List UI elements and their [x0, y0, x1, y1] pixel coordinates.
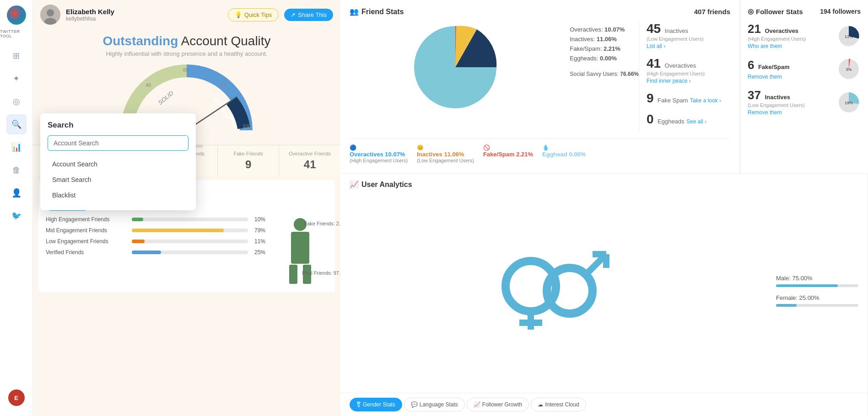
bar-pct-high: 10% — [252, 216, 265, 223]
legend-fakespam: Fake/Spam: 2.21% — [570, 45, 639, 52]
bs-fakespam-value: Fake/Spam 2.21% — [483, 151, 533, 158]
bar-pct-mid: 79% — [252, 227, 265, 234]
bs-overactives-sub: (High Engagement Users) — [350, 158, 408, 163]
user-profile-avatar — [40, 5, 60, 25]
cloud-icon: ☁ — [538, 401, 543, 408]
tab-gender-stats[interactable]: ⚧ Gender Stats — [350, 398, 402, 411]
tab-interest-cloud[interactable]: ☁ Interest Cloud — [531, 398, 586, 411]
svg-text:3%: 3% — [846, 67, 852, 72]
stat-card-inactives-link[interactable]: List all › — [647, 43, 665, 49]
svg-text:100: 100 — [243, 123, 251, 129]
sidebar-item-search[interactable]: 🔍 — [6, 114, 27, 134]
svg-point-1 — [47, 9, 54, 16]
lightbulb-icon: 💡 — [235, 11, 242, 18]
svg-text:60: 60 — [183, 67, 189, 73]
pie-legend: Overactives: 10.07% Inactives: 11.06% Fa… — [561, 21, 639, 133]
sidebar-item-dashboard[interactable]: ⊞ — [6, 46, 27, 66]
bar-fill-verified — [132, 251, 161, 254]
pie-chart-svg — [410, 21, 501, 113]
annotation-real: Real Friends: 97.79% — [302, 270, 340, 276]
friends-icon: 👥 — [350, 7, 359, 16]
bs-egghead: 💧 Egghead 0.00% — [542, 144, 586, 163]
gender-svg — [490, 245, 618, 336]
fs-value-inactives: 37 — [748, 88, 761, 102]
pie-chart-area — [350, 21, 561, 133]
score-subtitle: Highly influential with strong presence … — [42, 50, 331, 57]
fs-link-inactives[interactable]: Remove them — [748, 109, 782, 116]
bar-pct-verified: 25% — [252, 249, 265, 256]
fs-category-inactives: Inactives — [765, 94, 790, 101]
right-bottom: 📈 User Analytics — [340, 174, 868, 416]
fs-sub-inactives: (Low Engagement Users) — [748, 102, 832, 108]
main-content: Elizabeth Kelly kellybethlisa 💡 Quick Ti… — [33, 0, 868, 416]
fs-category-overactives: Overactives — [765, 27, 798, 34]
user-handle: kellybethlisa — [66, 16, 222, 22]
analytics-left — [340, 189, 767, 393]
sidebar-item-twitter[interactable]: 🐦 — [6, 206, 27, 226]
quick-tips-label: Quick Tips — [244, 11, 272, 18]
stat-card-inactives: 45 Inactives (Low Engagement Users) List… — [647, 21, 730, 50]
score-title: Outstanding Account Quality — [42, 34, 331, 48]
stat-card-eggheads-label: Eggheads — [658, 118, 685, 125]
fs-link-overactives[interactable]: Who are them — [748, 43, 782, 49]
user-info: Elizabeth Kelly kellybethlisa — [66, 8, 222, 22]
analytics-tabs: ⚧ Gender Stats 💬 Language Stats 📈 Follow… — [340, 393, 868, 416]
app-logo[interactable] — [7, 5, 26, 25]
stat-card-overactives-link[interactable]: Find inner peace › — [647, 78, 691, 84]
svg-text:19%: 19% — [845, 101, 853, 105]
stat-card-inactives-value: 45 — [647, 21, 661, 36]
sidebar-item-users[interactable]: 👤 — [6, 183, 27, 203]
tab-follower-growth[interactable]: 📈 Follower Growth — [467, 398, 529, 411]
male-pct: Male: 75.00% — [776, 275, 858, 282]
bs-inactives-sub: (Low Engagement Users) — [417, 158, 474, 163]
tab-language-stats[interactable]: 💬 Language Stats — [404, 398, 465, 411]
fs-link-fakespam[interactable]: Remove them — [748, 74, 782, 80]
search-option-account[interactable]: Account Search — [48, 156, 189, 172]
fs-info-inactives: 37 Inactives (Low Engagement Users) Remo… — [748, 88, 832, 116]
right-top: 👥 Friend Stats 407 friends — [340, 0, 868, 174]
bs-fakespam: 🚫 Fake/Spam 2.21% — [483, 144, 533, 163]
svg-text:11%: 11% — [845, 34, 853, 39]
share-this-button-header[interactable]: ↗ Share This — [284, 9, 333, 21]
stat-card-eggheads-link[interactable]: See all › — [686, 118, 706, 125]
user-analytics-title: 📈 User Analytics — [350, 180, 858, 189]
left-panel: Elizabeth Kelly kellybethlisa 💡 Quick Ti… — [33, 0, 340, 416]
stat-card-inactives-label: Inactives — [665, 27, 688, 34]
sidebar-item-network[interactable]: ✦ — [6, 69, 27, 89]
annotation-fake: Fake Friends: 2.21% — [304, 221, 341, 226]
svg-rect-15 — [291, 232, 309, 264]
fs-value-fakespam: 6 — [748, 58, 754, 72]
bs-egghead-value: Egghead 0.00% — [542, 151, 586, 158]
follower-stats-panel: ◎ Follower Stats 194 followers 21 Overac… — [740, 0, 868, 173]
analytics-right: Male: 75.00% Female: 25.00% — [767, 189, 868, 393]
stat-card-overactives-value: 41 — [647, 56, 661, 70]
bar-fill-low — [132, 240, 145, 243]
share-icon: ↗ — [291, 11, 296, 18]
stat-card-inactives-sub: (Low Engagement Users) — [647, 36, 730, 42]
stat-card-overactives-sub: (High Engagement Users) — [647, 71, 730, 76]
sidebar-item-trash[interactable]: 🗑 — [6, 160, 27, 180]
stat-overactive-value: 41 — [304, 158, 316, 171]
sidebar-item-target[interactable]: ◎ — [6, 91, 27, 112]
bar-row-high: High Engagement Friends 10% — [46, 216, 265, 223]
sidebar-item-analytics[interactable]: 📊 — [6, 137, 27, 157]
quick-tips-button[interactable]: 💡 Quick Tips — [228, 8, 279, 21]
stat-card-overactives: 41 Overactives (High Engagement Users) F… — [647, 56, 730, 85]
follower-stats-count: 194 followers — [820, 8, 861, 15]
search-dropdown-title: Search — [48, 121, 189, 130]
target-icon: ◎ — [748, 7, 754, 16]
search-option-smart[interactable]: Smart Search — [48, 172, 189, 187]
stat-fake-label: Fake Friends — [221, 151, 275, 156]
search-option-blacklist[interactable]: Blacklist — [48, 187, 189, 203]
bs-inactives: 😐 Inactives 11.06% (Low Engagement Users… — [417, 144, 474, 163]
app-title: TWITTER TOOL — [0, 29, 32, 38]
bar-label-low: Low Engagement Friends — [46, 238, 128, 245]
search-input[interactable]: Account Search — [48, 135, 189, 151]
user-analytics-panel: 📈 User Analytics — [340, 174, 868, 416]
svg-rect-16 — [289, 265, 297, 284]
user-avatar-small[interactable]: E — [8, 389, 25, 406]
legend-eggheads: Eggheads: 0.00% — [570, 55, 639, 62]
person-figure: Fake Friends: 2.21% Real Friends: 97.79% — [273, 216, 328, 285]
stat-card-fakespam-link[interactable]: Take a look › — [690, 97, 721, 104]
stat-card-fakespam-value: 9 — [647, 91, 654, 105]
